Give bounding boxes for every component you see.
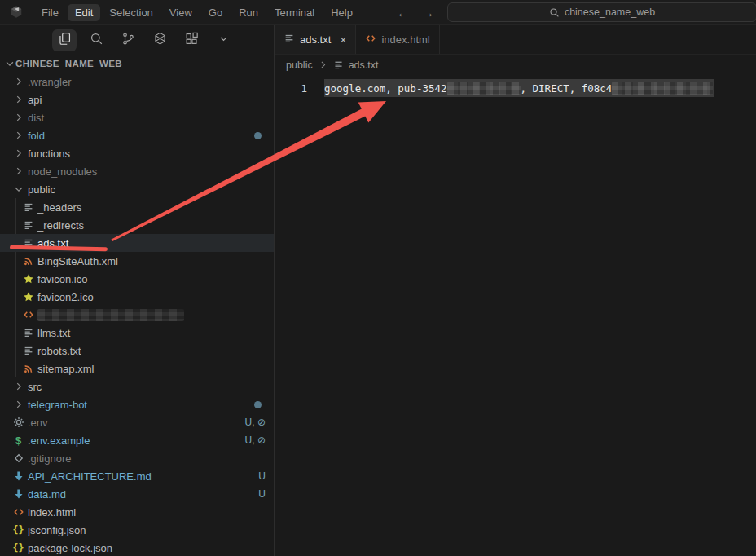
list-icon <box>21 201 35 214</box>
tree-item-ads-txt[interactable]: ads.txt <box>0 234 274 252</box>
tree-item-sitemap-xml[interactable]: sitemap.xml <box>0 360 274 377</box>
tree-item-dist[interactable]: dist <box>0 108 274 126</box>
back-arrow-icon[interactable]: ← <box>397 7 409 19</box>
tab-label: index.html <box>381 33 429 46</box>
html-icon <box>11 505 25 518</box>
tree-item-env-example[interactable]: $.env.exampleU, ⊘ <box>0 431 274 449</box>
tree-item-favicon2-ico[interactable]: favicon2.ico <box>0 288 274 306</box>
rss-icon <box>21 254 35 267</box>
source-control-icon <box>121 31 136 49</box>
modified-dot-badge <box>254 132 262 139</box>
tree-item-src[interactable]: src <box>0 377 274 395</box>
chevron-right-icon <box>11 111 25 124</box>
menu-item-edit[interactable]: Edit <box>68 4 100 21</box>
diamond-icon <box>11 452 25 465</box>
tree-item-label: robots.txt <box>37 345 81 357</box>
explorer-button[interactable] <box>52 29 77 51</box>
menu-item-file[interactable]: File <box>34 4 66 21</box>
menu-item-go[interactable]: Go <box>201 4 230 21</box>
tree-item-telegram-bot[interactable]: telegram-bot <box>0 395 274 413</box>
menu-item-help[interactable]: Help <box>323 4 360 21</box>
code-text: google.com, pub-3542 <box>324 82 447 95</box>
cube-button[interactable] <box>147 29 172 51</box>
tree-item-functions[interactable]: functions <box>0 144 274 162</box>
code-editor[interactable]: 1 google.com, pub-3542, DIRECT, f08c4 <box>275 75 756 97</box>
menu-item-terminal[interactable]: Terminal <box>267 4 322 21</box>
source-control-button[interactable] <box>116 29 140 51</box>
gear-icon <box>11 416 25 429</box>
sidebar: CHINESE_NAME_WEB .wranglerapidistfoldfun… <box>0 25 275 556</box>
markdown-icon <box>11 470 25 483</box>
tree-item-favicon-ico[interactable]: favicon.ico <box>0 270 274 288</box>
close-tab-icon[interactable]: × <box>340 34 346 46</box>
tree-item-redirects[interactable]: _redirects <box>0 216 274 234</box>
tree-item-label: .env.example <box>28 435 90 447</box>
tree-item-redacted[interactable] <box>0 306 274 324</box>
tree-item-gitignore[interactable]: .gitignore <box>0 449 274 467</box>
cube-icon <box>152 31 168 49</box>
tree-item-robots-txt[interactable]: robots.txt <box>0 342 274 360</box>
search-icon <box>89 31 104 49</box>
tree-item-jsconfig-json[interactable]: {}jsconfig.json <box>0 521 274 539</box>
markdown-icon <box>11 488 25 501</box>
tree-item-wrangler[interactable]: .wrangler <box>0 73 274 90</box>
breadcrumb-file[interactable]: ads.txt <box>349 60 379 71</box>
tree-item-env[interactable]: .envU, ⊘ <box>0 413 274 431</box>
more-chevron-icon <box>216 31 231 49</box>
file-tree: .wranglerapidistfoldfunctionsnode_module… <box>0 73 274 556</box>
tree-item-index-html[interactable]: index.html <box>0 503 274 521</box>
git-status-badge: U, ⊘ <box>245 435 266 446</box>
braces-icon: {} <box>11 541 25 554</box>
tree-item-data-md[interactable]: data.mdU <box>0 485 274 503</box>
tree-item-label: functions <box>28 148 70 160</box>
tree-item-api[interactable]: api <box>0 90 274 108</box>
code-line-1-text[interactable]: google.com, pub-3542, DIRECT, f08c4 <box>324 79 714 97</box>
search-icon <box>549 7 560 18</box>
chevron-right-icon <box>11 165 25 178</box>
tree-item-llms-txt[interactable]: llms.txt <box>0 324 274 342</box>
menu-item-selection[interactable]: Selection <box>102 4 160 21</box>
redacted-code <box>612 82 713 95</box>
extensions-button[interactable] <box>179 29 204 51</box>
chevron-right-icon <box>11 129 25 142</box>
vscode-window: FileEditSelectionViewGoRunTerminalHelp ←… <box>0 0 756 556</box>
tree-item-label: data.md <box>28 488 66 501</box>
explorer-root-header[interactable]: CHINESE_NAME_WEB <box>0 55 274 73</box>
tree-item-public[interactable]: public <box>0 180 274 198</box>
tree-item-headers[interactable]: _headers <box>0 198 274 216</box>
tab-index-html[interactable]: index.html <box>356 25 439 54</box>
forward-arrow-icon[interactable]: → <box>422 7 434 19</box>
tree-item-label: src <box>28 381 42 393</box>
search-value: chinese_name_web <box>565 7 655 18</box>
git-status-badge: U <box>258 470 266 482</box>
menu-item-view[interactable]: View <box>162 4 200 21</box>
tree-item-label: index.html <box>28 506 76 518</box>
search-button[interactable] <box>84 29 108 51</box>
more-chevron-button[interactable] <box>211 29 235 51</box>
extensions-icon <box>184 31 200 49</box>
tree-item-label: node_modules <box>28 165 97 178</box>
menu-item-run[interactable]: Run <box>231 4 266 21</box>
tree-item-label: jsconfig.json <box>28 524 86 536</box>
tree-item-package-lock-json[interactable]: {}package-lock.json <box>0 539 274 556</box>
tree-item-node-modules[interactable]: node_modules <box>0 162 274 180</box>
root-folder-label: CHINESE_NAME_WEB <box>15 59 122 68</box>
chevron-right-icon <box>11 380 25 393</box>
chevron-right-icon <box>318 60 328 70</box>
activity-bar <box>0 25 274 55</box>
tree-item-label: API_ARCHITECTURE.md <box>28 470 152 483</box>
tree-item-label: telegram-bot <box>28 399 87 411</box>
breadcrumb: public ads.txt <box>275 55 756 75</box>
tree-item-fold[interactable]: fold <box>0 126 274 144</box>
tree-item-bingsiteauth-xml[interactable]: BingSiteAuth.xml <box>0 252 274 270</box>
html-icon <box>21 308 35 321</box>
tree-item-api-architecture-md[interactable]: API_ARCHITECTURE.mdU <box>0 467 274 485</box>
modified-dot-badge <box>254 401 262 408</box>
chevron-right-icon <box>11 398 25 411</box>
title-bar: FileEditSelectionViewGoRunTerminalHelp ←… <box>0 0 756 25</box>
breadcrumb-folder[interactable]: public <box>286 60 313 71</box>
tab-label: ads.txt <box>300 33 331 46</box>
tab-ads-txt[interactable]: ads.txt× <box>275 25 356 54</box>
tab-bar: ads.txt×index.html <box>275 25 756 55</box>
command-center-search[interactable]: chinese_name_web <box>447 2 756 22</box>
